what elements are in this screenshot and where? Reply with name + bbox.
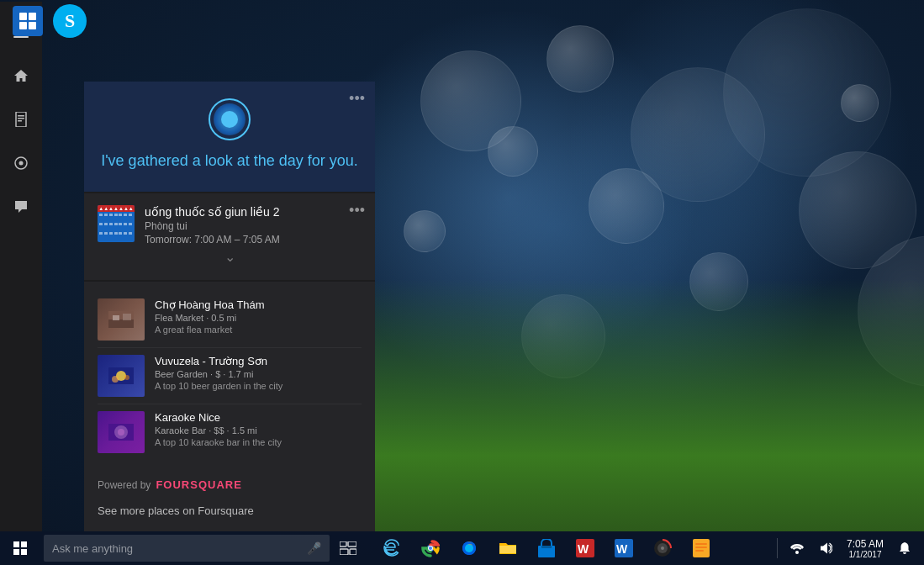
calendar-item: ▲▲▲▲▲▲▲ uống thuốc số giun liều 2 Phòng …	[98, 205, 362, 246]
cortana-ring	[209, 98, 251, 140]
svg-point-30	[429, 547, 432, 550]
cortana-greeting: I've gathered a look at the day for you.	[101, 150, 358, 172]
place-info-2: Vuvuzela - Trường Sơn Beer Garden · $ · …	[155, 355, 362, 391]
calendar-room: Phòng tui	[145, 220, 362, 232]
svg-rect-2	[19, 22, 27, 29]
task-view-button[interactable]	[330, 531, 367, 565]
svg-point-29	[428, 546, 433, 551]
microphone-icon[interactable]: 🎤	[307, 541, 321, 555]
place-info-1: Chợ Hoàng Hoa Thám Flea Market · 0.5 mi …	[155, 298, 362, 335]
see-more-section: See more places on Foursquare	[84, 496, 375, 531]
tray-divider	[777, 538, 778, 558]
place-item-2: Vuvuzela - Trường Sơn Beer Garden · $ · …	[98, 348, 362, 404]
svg-point-40	[657, 543, 668, 553]
windows-logo-icon	[13, 541, 27, 555]
chrome-icon[interactable]	[412, 531, 449, 565]
places-card: ••• Chợ Hoàng Hoa Thám Flea Market · 0.5…	[84, 282, 375, 470]
place-type-1: Flea Market · 0.5 mi	[155, 313, 362, 323]
svg-point-12	[19, 161, 24, 166]
clock[interactable]: 7:05 AM 1/1/2017	[842, 538, 889, 559]
place-thumb-3	[98, 411, 145, 453]
svg-rect-0	[19, 13, 27, 20]
cortana-search-bar[interactable]: Ask me anything 🎤	[44, 535, 330, 562]
svg-rect-3	[29, 22, 36, 29]
svg-rect-34	[541, 546, 552, 548]
time-display: 7:05 AM	[847, 538, 884, 550]
calendar-text: uống thuốc số giun liều 2 Phòng tui Tomo…	[145, 205, 362, 246]
calendar-icon: ▲▲▲▲▲▲▲	[98, 205, 135, 242]
notes-icon[interactable]	[683, 531, 720, 565]
cortana-main-panel: I've gathered a look at the day for you.…	[84, 82, 375, 531]
windows-store-icon[interactable]	[7, 0, 49, 42]
places-card-more-button[interactable]: •••	[349, 90, 365, 108]
svg-point-20	[124, 375, 129, 380]
svg-point-19	[112, 376, 119, 383]
see-more-link[interactable]: See more places on Foursquare	[98, 504, 254, 517]
network-icon[interactable]	[784, 531, 810, 565]
svg-rect-14	[108, 319, 134, 328]
calendar-card-expand[interactable]: ⌄	[98, 246, 362, 268]
svg-text:W: W	[616, 542, 628, 556]
place-name-1: Chợ Hoàng Hoa Thám	[155, 298, 362, 311]
skype-icon[interactable]: S	[49, 0, 91, 42]
file-explorer-icon[interactable]	[489, 531, 526, 565]
place-thumb-2	[98, 355, 145, 397]
svg-rect-26	[340, 549, 348, 555]
sidebar-notebook-button[interactable]	[1, 99, 41, 140]
calendar-time: Tomorrow: 7:00 AM – 7:05 AM	[145, 234, 362, 246]
svg-point-39	[654, 540, 671, 557]
svg-rect-42	[693, 539, 710, 557]
svg-rect-35	[576, 539, 594, 557]
media-icon[interactable]	[644, 531, 681, 565]
taskbar-pinned-apps: W W	[373, 531, 720, 565]
svg-rect-33	[538, 546, 555, 557]
powered-by-section: Powered by FOURSQUARE	[84, 470, 375, 496]
svg-text:W: W	[578, 542, 589, 556]
date-display: 1/1/2017	[847, 550, 884, 559]
svg-point-23	[118, 429, 124, 436]
sidebar-home-button[interactable]	[1, 55, 41, 96]
svg-rect-24	[340, 541, 346, 547]
search-placeholder-text: Ask me anything	[52, 542, 133, 555]
cortana-ring-inner	[221, 111, 238, 128]
place-type-3: Karaoke Bar · $$ · 1.5 mi	[155, 425, 362, 436]
calendar-card-more-button[interactable]: •••	[349, 202, 365, 219]
place-item-3: Karaoke Nice Karaoke Bar · $$ · 1.5 mi A…	[98, 404, 362, 460]
foursquare-logo: FOURSQUARE	[156, 478, 241, 491]
svg-rect-27	[350, 549, 356, 555]
svg-rect-25	[348, 541, 356, 547]
word2-icon[interactable]: W	[605, 531, 642, 565]
notifications-icon[interactable]	[892, 531, 917, 565]
volume-icon[interactable]	[813, 531, 838, 565]
place-name-2: Vuvuzela - Trường Sơn	[155, 355, 362, 367]
svg-point-31	[462, 541, 476, 555]
place-desc-3: A top 10 karaoke bar in the city	[155, 437, 362, 447]
wallpaper-grass	[336, 279, 924, 531]
svg-rect-15	[113, 315, 119, 320]
store-icon[interactable]	[528, 531, 565, 565]
sidebar-feedback-button[interactable]	[1, 187, 41, 227]
sidebar-interests-button[interactable]	[1, 143, 41, 183]
place-desc-1: A great flea market	[155, 325, 362, 335]
top-icons-area: S	[0, 0, 135, 42]
firefox-icon[interactable]	[451, 531, 488, 565]
svg-rect-10	[18, 120, 22, 122]
word-icon[interactable]: W	[567, 531, 604, 565]
taskbar: Ask me anything 🎤	[0, 531, 924, 565]
svg-rect-45	[695, 550, 704, 552]
cortana-sidebar	[0, 2, 42, 531]
place-info-3: Karaoke Nice Karaoke Bar · $$ · 1.5 mi A…	[155, 411, 362, 447]
start-button[interactable]	[0, 531, 40, 565]
calendar-card: ••• ▲▲▲▲▲▲▲ uống thuốc số giun liều 2 Ph…	[84, 193, 375, 280]
svg-point-28	[427, 545, 434, 552]
calendar-icon-body	[98, 212, 135, 242]
svg-rect-44	[695, 547, 707, 548]
calendar-event-title: uống thuốc số giun liều 2	[145, 205, 362, 219]
chevron-down-icon: ⌄	[224, 250, 235, 264]
svg-rect-16	[123, 314, 131, 320]
place-type-2: Beer Garden · $ · 1.7 mi	[155, 369, 362, 379]
edge-icon[interactable]	[373, 531, 410, 565]
place-thumb-1	[98, 298, 145, 341]
cortana-header: I've gathered a look at the day for you.	[84, 82, 375, 192]
svg-rect-8	[18, 115, 24, 117]
